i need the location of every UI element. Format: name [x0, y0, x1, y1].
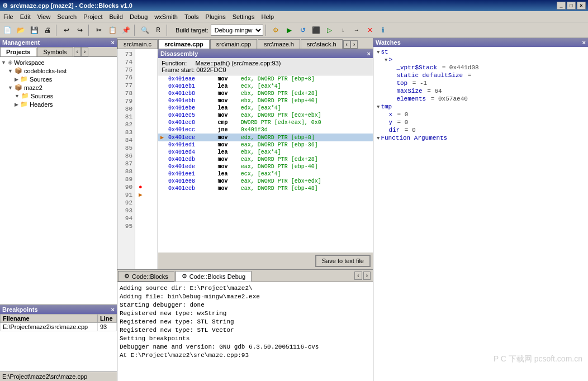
list-item[interactable]: ▼> — [374, 56, 587, 64]
open-button[interactable]: 📂 — [15, 24, 27, 36]
list-item[interactable]: static defaultSize = — [374, 72, 587, 79]
replace-button[interactable]: R — [152, 24, 164, 36]
window-controls[interactable]: _ □ × — [557, 2, 586, 9]
build-target-select[interactable]: Debug-mingw — [211, 25, 263, 36]
paste-button[interactable]: 📌 — [120, 24, 132, 36]
menu-help[interactable]: Help — [258, 12, 277, 21]
editor-tab-nav-right[interactable]: › — [350, 40, 358, 49]
list-item[interactable]: 0x401eebmoveax, DWORD PTR [ebp-48] — [158, 185, 373, 192]
list-item[interactable]: 0x401eaemovedx, DWORD PTR [ebp+8] — [158, 75, 373, 83]
menu-settings[interactable]: Settings — [229, 12, 258, 21]
list-item[interactable]: ▼tmp — [374, 103, 587, 111]
list-item[interactable]: 0x401ed4leaebx, [eax*4] — [158, 149, 373, 156]
msg-tab-codeblocks[interactable]: ⚙ Code::Blocks — [118, 271, 174, 282]
debug-next-button[interactable]: → — [350, 24, 363, 36]
info-button[interactable]: ℹ — [377, 24, 390, 36]
disassembly-close-icon[interactable]: × — [367, 50, 371, 57]
code-editor[interactable]: 7374757677787980818283848586878889909192… — [117, 49, 158, 269]
save-all-button[interactable]: 💾 — [28, 24, 40, 36]
disasm-mnem: mov — [216, 163, 239, 170]
menu-tools[interactable]: Tools — [181, 12, 202, 21]
tree-headers[interactable]: ▶ 📁 Headers — [1, 100, 116, 108]
menu-build[interactable]: Build — [106, 12, 126, 21]
management-close-icon[interactable]: × — [111, 39, 115, 46]
tab-main-c[interactable]: src\main.c — [117, 39, 158, 49]
menu-view[interactable]: View — [34, 12, 54, 21]
list-item[interactable]: 0x401ec5moveax, DWORD PTR [ecx+ebx] — [158, 112, 373, 119]
menu-file[interactable]: File — [0, 12, 17, 21]
list-item[interactable]: 0x401ec8cmpDWORD PTR [edx+eax], 0x0 — [158, 119, 373, 126]
watches-content[interactable]: ▼st▼> _vptr$Stack = 0x441d08 static defa… — [373, 47, 588, 381]
list-item[interactable]: elements = 0x57ae40 — [374, 95, 587, 103]
cut-button[interactable]: ✂ — [93, 24, 105, 36]
list-item[interactable]: 0x401ee1leaecx, [eax*4] — [158, 170, 373, 178]
list-item[interactable]: 0x401edemoveax, DWORD PTR [ebp-40] — [158, 163, 373, 170]
redo-button[interactable]: ↪ — [74, 24, 86, 36]
msg-nav-left[interactable]: ‹ — [354, 272, 362, 280]
rebuild-button[interactable]: ↺ — [297, 24, 309, 36]
disassembly-content[interactable]: 0x401eaemovedx, DWORD PTR [ebp+8]0x401eb… — [158, 75, 373, 253]
tab-main-cpp[interactable]: src\main.cpp — [210, 39, 257, 49]
tab-maze-cpp[interactable]: src\maze.cpp — [158, 39, 210, 49]
debug-stop-button[interactable]: ✕ — [364, 24, 376, 36]
undo-button[interactable]: ↩ — [60, 24, 73, 36]
list-item[interactable]: ▼st — [374, 48, 587, 56]
msg-nav-right[interactable]: › — [363, 272, 371, 280]
list-item[interactable]: 0x401ee8moveax, DWORD PTR [ebx+edx] — [158, 178, 373, 185]
tree-maze2[interactable]: ▼ 📦 maze2 — [1, 83, 116, 92]
list-item[interactable]: top = -1 — [374, 79, 587, 87]
copy-button[interactable]: 📋 — [106, 24, 118, 36]
tree-sources-1[interactable]: ▶ 📁 Sources — [1, 75, 116, 83]
list-item[interactable]: 0x401eb1leaecx, [eax*4] — [158, 83, 373, 90]
list-item[interactable]: dir = 0 — [374, 126, 587, 134]
disasm-ops: eax, DWORD PTR [ebp-48] — [239, 185, 373, 192]
tab-stack-h[interactable]: src\stack.h — [301, 39, 343, 49]
mgmt-nav-left[interactable]: ‹ — [74, 47, 81, 56]
list-item[interactable]: y = 0 — [374, 118, 587, 126]
tree-workspace[interactable]: ▼ ◈ Workspace — [1, 58, 116, 66]
menu-wxsmith[interactable]: wxSmith — [151, 12, 181, 21]
tab-symbols[interactable]: Symbols — [37, 47, 73, 56]
disassembly-header: Disassembly × — [158, 49, 373, 58]
tree-codeblocks-test[interactable]: ▼ 📦 codeblocks-test — [1, 66, 116, 75]
tab-projects[interactable]: Projects — [0, 47, 36, 56]
print-button[interactable]: 🖨 — [41, 24, 54, 36]
list-item[interactable]: 0x401ed1moveax, DWORD PTR [ebp-36] — [158, 141, 373, 149]
list-item[interactable]: ▶0x401ecemovedx, DWORD PTR [ebp+8] — [158, 134, 373, 141]
list-item[interactable]: maxSize = 64 — [374, 87, 587, 95]
maximize-button[interactable]: □ — [567, 2, 576, 9]
debug-step-button[interactable]: ↓ — [337, 24, 349, 36]
mgmt-nav-right[interactable]: › — [81, 47, 88, 56]
editor-tab-nav-left[interactable]: ‹ — [343, 40, 350, 49]
menu-project[interactable]: Project — [80, 12, 106, 21]
disasm-addr: 0x401ec8 — [166, 119, 216, 126]
breakpoints-close-icon[interactable]: × — [111, 306, 115, 313]
build-button[interactable]: ⚙ — [270, 24, 282, 36]
list-item[interactable]: 0x401eccjne0x401f3d — [158, 126, 373, 134]
tab-maze-h[interactable]: src\maze.h — [258, 39, 300, 49]
search-button[interactable]: 🔍 — [139, 24, 151, 36]
menu-edit[interactable]: Edit — [17, 12, 34, 21]
watches-close-icon[interactable]: × — [582, 39, 586, 46]
debug-run-button[interactable]: ▷ — [324, 24, 336, 36]
run-button[interactable]: ▶ — [283, 24, 296, 36]
menu-plugins[interactable]: Plugins — [202, 12, 229, 21]
list-item[interactable]: x = 0 — [374, 111, 587, 118]
list-item[interactable]: 0x401edbmoveax, DWORD PTR [edx+28] — [158, 156, 373, 163]
save-to-text-button[interactable]: Save to text file — [315, 255, 371, 267]
disasm-ops: edx, DWORD PTR [ebp+8] — [239, 134, 373, 141]
msg-tab-debug[interactable]: ⚙ Code::Blocks Debug — [176, 271, 252, 282]
tree-sources-2[interactable]: ▼ 📁 Sources — [1, 92, 116, 100]
minimize-button[interactable]: _ — [557, 2, 566, 9]
list-item[interactable]: _vptr$Stack = 0x441d08 — [374, 64, 587, 72]
list-item[interactable]: 0x401ebeleaedx, [eax*4] — [158, 104, 373, 112]
list-item[interactable]: 0x401eb8movebx, DWORD PTR [edx+28] — [158, 90, 373, 97]
close-button[interactable]: × — [577, 2, 586, 9]
list-item[interactable]: ▼Function Arguments — [374, 134, 587, 142]
stop-button[interactable]: ⬛ — [310, 24, 323, 36]
menu-debug[interactable]: Debug — [126, 12, 151, 21]
menu-search[interactable]: Search — [54, 12, 80, 21]
list-item[interactable]: 0x401ebbmovebx, DWORD PTR [ebp+40] — [158, 97, 373, 104]
new-button[interactable]: 📄 — [1, 24, 13, 36]
code-content[interactable]: length++; tmp.x=inx; tmp.y=iny; tmp.dir=… — [135, 49, 158, 269]
